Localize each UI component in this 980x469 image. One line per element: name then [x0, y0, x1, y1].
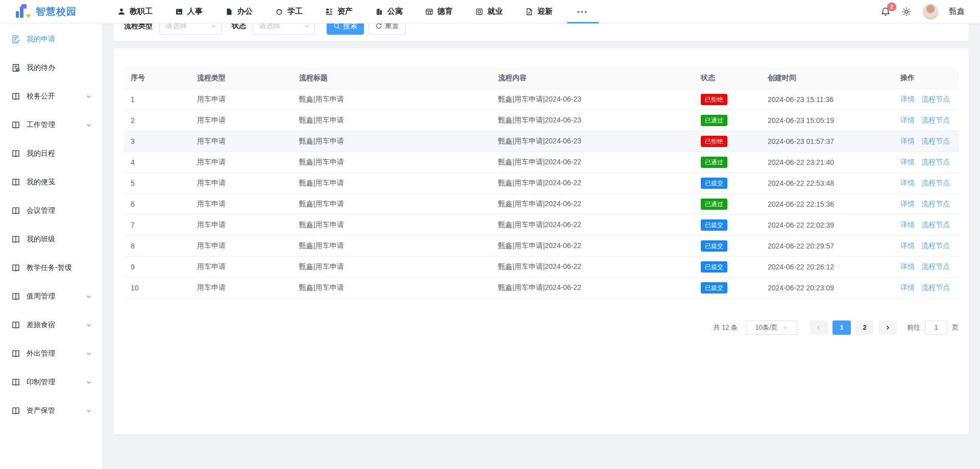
cell-flow-type: 用车申请	[190, 277, 292, 298]
notification-badge: 2	[887, 3, 896, 11]
flow-node-link[interactable]: 流程节点	[921, 179, 950, 187]
user-avatar[interactable]	[922, 4, 939, 20]
sidebar-item[interactable]: 会议管理	[0, 196, 102, 225]
cell-flow-title: 甄鑫|用车申请	[292, 277, 492, 298]
sidebar-item[interactable]: 差旅食宿	[0, 311, 102, 339]
detail-link[interactable]: 详情	[900, 158, 915, 166]
sidebar-item[interactable]: 工作管理	[0, 111, 102, 139]
flow-node-link[interactable]: 流程节点	[921, 158, 950, 166]
nav-item[interactable]: 人事	[164, 0, 214, 23]
flow-node-link[interactable]: 流程节点	[921, 116, 950, 124]
sidebar-item[interactable]: 我的申请	[0, 25, 102, 54]
status-badge: 已提交	[701, 261, 727, 273]
detail-link[interactable]: 详情	[900, 241, 915, 250]
status-badge: 已通过	[701, 199, 727, 210]
status-badge: 已提交	[701, 219, 727, 231]
notifications-button[interactable]: 2	[880, 7, 891, 17]
cell-index: 3	[124, 131, 190, 152]
table-row: 2 用车申请 甄鑫|用车申请 甄鑫|用车申请|2024-06-23 已通过 20…	[124, 110, 959, 131]
nav-item[interactable]: 教职工	[106, 0, 164, 23]
sidebar: 我的申请 我的待办 校务公开 工作管理	[0, 23, 103, 469]
request-icon	[11, 35, 20, 44]
nav-item[interactable]: 办公	[214, 0, 264, 23]
detail-link[interactable]: 详情	[900, 137, 915, 145]
cell-flow-type: 用车申请	[190, 172, 292, 193]
nav-item[interactable]: 德育	[414, 0, 464, 23]
chevron-down-icon	[86, 408, 92, 414]
cell-index: 4	[124, 152, 190, 172]
cell-flow-title: 甄鑫|用车申请	[292, 131, 492, 152]
more-icon: •••	[577, 8, 589, 15]
cell-flow-content: 甄鑫|用车申请|2024-06-23	[492, 89, 694, 110]
detail-link[interactable]: 详情	[900, 220, 915, 229]
sidebar-item-label: 我的班级	[27, 235, 55, 244]
cell-created-time: 2024-06-22 20:26:12	[761, 256, 894, 277]
sidebar-item-label: 差旅食宿	[27, 320, 55, 330]
flow-node-link[interactable]: 流程节点	[921, 283, 950, 291]
prev-page-button[interactable]	[810, 320, 828, 335]
sidebar-item[interactable]: 印制管理	[0, 368, 102, 397]
detail-link[interactable]: 详情	[900, 95, 915, 103]
next-page-button[interactable]	[878, 320, 897, 335]
detail-link[interactable]: 详情	[900, 262, 915, 270]
nav-item-label: 人事	[187, 7, 203, 16]
sidebar-item[interactable]: 我的日程	[0, 139, 102, 168]
student-icon	[275, 8, 283, 16]
chevron-down-icon	[210, 23, 216, 29]
sidebar-item-label: 外出管理	[27, 349, 55, 358]
settings-button[interactable]	[901, 7, 912, 17]
nav-item-label: 教职工	[130, 7, 153, 16]
goto-page-input[interactable]	[925, 320, 947, 335]
detail-link[interactable]: 详情	[900, 179, 915, 187]
sidebar-item[interactable]: 我的待办	[0, 54, 102, 82]
cell-flow-content: 甄鑫|用车申请|2024-06-22	[492, 235, 694, 256]
nav-item[interactable]: 学工	[264, 0, 314, 23]
nav-item[interactable]: 资产	[314, 0, 364, 23]
detail-link[interactable]: 详情	[900, 116, 915, 124]
sidebar-item[interactable]: 外出管理	[0, 339, 102, 368]
nav-item[interactable]: 就业	[464, 0, 514, 23]
sidebar-item-label: 校务公开	[27, 92, 55, 101]
flow-node-link[interactable]: 流程节点	[921, 137, 950, 145]
flow-node-link[interactable]: 流程节点	[921, 262, 950, 270]
sidebar-item[interactable]: 校务公开	[0, 82, 102, 111]
table-row: 5 用车申请 甄鑫|用车申请 甄鑫|用车申请|2024-06-22 已提交 20…	[124, 172, 959, 193]
table-row: 6 用车申请 甄鑫|用车申请 甄鑫|用车申请|2024-06-22 已通过 20…	[124, 193, 959, 214]
sidebar-item-label: 会议管理	[27, 206, 55, 215]
sidebar-item-label: 印制管理	[27, 378, 55, 387]
sidebar-item[interactable]: 教学任务-暂缓	[0, 254, 102, 282]
cell-created-time: 2024-06-23 15:05:19	[761, 110, 894, 131]
nav-item[interactable]: 迎新	[514, 0, 564, 23]
sidebar-item[interactable]: 资产保管	[0, 397, 102, 425]
flow-node-link[interactable]: 流程节点	[921, 241, 950, 250]
sidebar-item[interactable]: 我的班级	[0, 225, 102, 254]
nav-item-label: 德育	[437, 7, 453, 16]
nav-item-more[interactable]: •••	[564, 0, 602, 23]
page-number-button[interactable]: 2	[855, 320, 874, 335]
cell-index: 9	[124, 256, 190, 277]
page-number-button[interactable]: 1	[832, 320, 851, 335]
nav-item[interactable]: 公寓	[364, 0, 414, 23]
todo-icon	[11, 63, 20, 72]
cell-flow-title: 甄鑫|用车申请	[292, 193, 492, 214]
table-row: 3 用车申请 甄鑫|用车申请 甄鑫|用车申请|2024-06-23 已拒绝 20…	[124, 131, 959, 152]
page-size-select[interactable]: 10条/页	[746, 320, 797, 335]
table-header-cell: 操作	[894, 67, 959, 89]
flow-node-link[interactable]: 流程节点	[921, 95, 950, 103]
cell-flow-content: 甄鑫|用车申请|2024-06-22	[492, 256, 694, 277]
cell-index: 10	[124, 277, 190, 298]
book-icon	[11, 178, 20, 187]
sidebar-item-label: 值周管理	[27, 292, 55, 301]
username[interactable]: 甄鑫	[949, 7, 965, 16]
detail-link[interactable]: 详情	[900, 200, 915, 208]
app-logo: ♥ 智慧校园	[15, 4, 97, 19]
cell-flow-title: 甄鑫|用车申请	[292, 256, 492, 277]
sidebar-item[interactable]: 我的便笺	[0, 168, 102, 196]
flow-node-link[interactable]: 流程节点	[921, 220, 950, 229]
detail-link[interactable]: 详情	[900, 283, 915, 291]
sidebar-item[interactable]: 值周管理	[0, 282, 102, 311]
book-icon	[11, 235, 20, 244]
table-row: 4 用车申请 甄鑫|用车申请 甄鑫|用车申请|2024-06-22 已通过 20…	[124, 152, 959, 172]
table-header-cell: 流程类型	[190, 67, 292, 89]
flow-node-link[interactable]: 流程节点	[921, 200, 950, 208]
